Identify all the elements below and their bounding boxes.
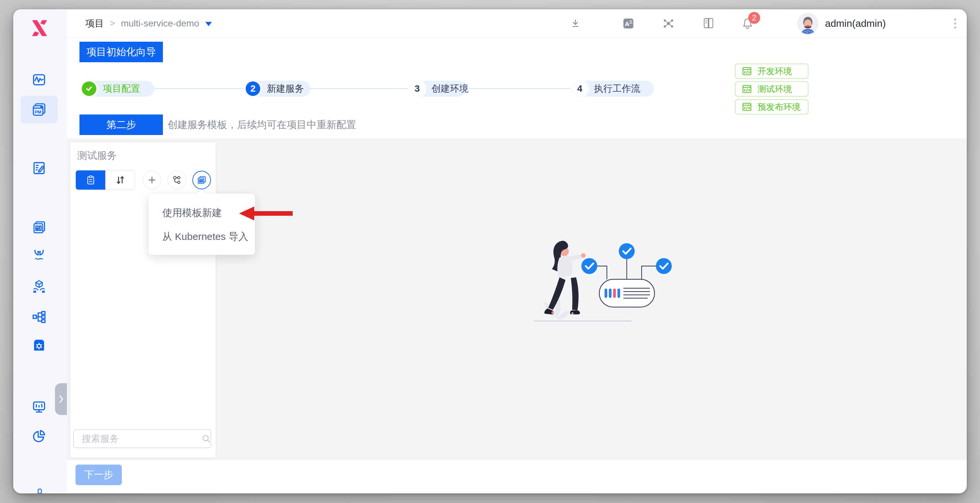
- template-dropdown-menu: 使用模板新建 从 Kubernetes 导入: [149, 194, 255, 255]
- service-graph-icon: [172, 175, 182, 185]
- app-window: PM: [13, 9, 967, 493]
- env-window-icon: [741, 102, 752, 112]
- service-search: [73, 429, 211, 448]
- env-window-icon: [741, 66, 752, 76]
- sidebar-item-settings[interactable]: [21, 332, 57, 359]
- service-panel-title: 测试服务: [77, 149, 117, 162]
- breadcrumb-root[interactable]: 项目: [86, 17, 104, 30]
- breadcrumb-current-project[interactable]: multi-service-demo: [121, 18, 199, 29]
- sidebar-item-delivery[interactable]: [21, 273, 57, 300]
- step-2-label: 新建服务: [267, 83, 304, 95]
- step-3-label: 创建环境: [431, 83, 468, 95]
- sidebar-item-tests[interactable]: [21, 244, 57, 271]
- user-name[interactable]: admin(admin): [825, 9, 886, 37]
- wizard-footer: 下一步: [67, 460, 967, 493]
- statistics-icon: [32, 429, 46, 443]
- step-description: 创建服务模板，后续均可在项目中重新配置: [167, 114, 356, 135]
- insights-icon: [32, 400, 46, 414]
- annotation-arrow: [237, 206, 297, 222]
- partial-icon: [37, 489, 43, 493]
- notification-badge: 2: [748, 12, 760, 24]
- sidebar-item-statistics[interactable]: [21, 422, 57, 450]
- chevron-down-icon[interactable]: [205, 22, 212, 26]
- sort-toggle[interactable]: [105, 170, 135, 190]
- step-2-new-service[interactable]: 2 新建服务: [246, 81, 310, 97]
- svg-text:文: 文: [629, 19, 633, 24]
- sidebar-item-insights[interactable]: [21, 394, 57, 420]
- next-step-button[interactable]: 下一步: [75, 465, 122, 485]
- sort-arrows-icon: [115, 175, 125, 185]
- step-3-number: 3: [410, 81, 425, 96]
- env-button-label: 预发布环境: [757, 101, 800, 113]
- sidebar-item-projects[interactable]: PM: [21, 96, 57, 123]
- env-button-dev[interactable]: 开发环境: [735, 63, 808, 79]
- plus-icon: [147, 175, 157, 185]
- env-button-label: 测试环境: [757, 83, 792, 95]
- chevron-right-icon: [59, 395, 64, 404]
- empty-state-illustration: [522, 234, 681, 340]
- step-2-number: 2: [246, 81, 260, 96]
- avatar[interactable]: [797, 13, 818, 34]
- cluster-icon[interactable]: [659, 9, 678, 37]
- step-badge: 第二步: [80, 114, 163, 135]
- brand-logo[interactable]: [30, 19, 48, 37]
- sidebar-item-templates[interactable]: [21, 214, 57, 241]
- env-button-label: 开发环境: [757, 65, 792, 77]
- kebab-menu-icon[interactable]: [945, 9, 965, 37]
- delivery-icon: [32, 279, 46, 294]
- wizard-title: 项目初始化向导: [80, 42, 163, 62]
- sidebar-collapse-handle[interactable]: [55, 383, 67, 415]
- settings-icon: [32, 338, 46, 352]
- sidebar-item-workflows[interactable]: [21, 154, 57, 182]
- menu-item-import-from-kubernetes[interactable]: 从 Kubernetes 导入: [149, 225, 255, 249]
- template-create-button[interactable]: [192, 171, 211, 189]
- workflows-icon: [32, 161, 46, 175]
- step-connector: [466, 88, 572, 89]
- sidebar: PM: [13, 9, 67, 493]
- view-toggle: [75, 170, 135, 190]
- step-connector: [154, 88, 247, 89]
- wizard-body: 测试服务: [67, 138, 967, 460]
- step-4-label: 执行工作流: [594, 83, 640, 95]
- env-button-staging[interactable]: 预发布环境: [735, 99, 808, 114]
- step-3-create-env[interactable]: 3 创建环境: [410, 81, 466, 97]
- add-service-button[interactable]: [143, 171, 161, 189]
- step-4-number: 4: [572, 81, 587, 96]
- environments-icon: [32, 310, 46, 324]
- template-stack-icon: [197, 175, 207, 185]
- service-panel: 测试服务: [70, 142, 216, 457]
- orchestrate-button[interactable]: [167, 171, 186, 189]
- step-1-check-icon: [82, 81, 96, 96]
- step-1-label: 项目配置: [103, 83, 140, 95]
- dashboard-icon: [32, 73, 46, 87]
- breadcrumb-separator: >: [110, 18, 115, 29]
- step-connector: [310, 88, 410, 89]
- env-button-test[interactable]: 测试环境: [735, 81, 808, 97]
- templates-icon: [32, 220, 46, 235]
- clipboard-icon: [86, 175, 96, 185]
- env-window-icon: [741, 84, 752, 94]
- search-icon[interactable]: [201, 434, 211, 444]
- step-1-project-config[interactable]: 项目配置: [82, 81, 154, 97]
- sidebar-item-dashboard[interactable]: [21, 66, 57, 93]
- service-search-input[interactable]: [74, 433, 201, 444]
- translate-icon[interactable]: A 文: [619, 9, 638, 37]
- tests-icon: [32, 250, 46, 264]
- list-view-toggle[interactable]: [76, 170, 105, 190]
- download-icon[interactable]: [565, 9, 585, 37]
- docs-icon[interactable]: [698, 9, 718, 37]
- sidebar-item-environments[interactable]: [21, 303, 57, 331]
- breadcrumb: 项目 > multi-service-demo: [86, 9, 212, 37]
- svg-text:PM: PM: [35, 109, 41, 114]
- projects-icon: PM: [32, 102, 47, 117]
- step-4-run-workflow[interactable]: 4 执行工作流: [572, 81, 654, 97]
